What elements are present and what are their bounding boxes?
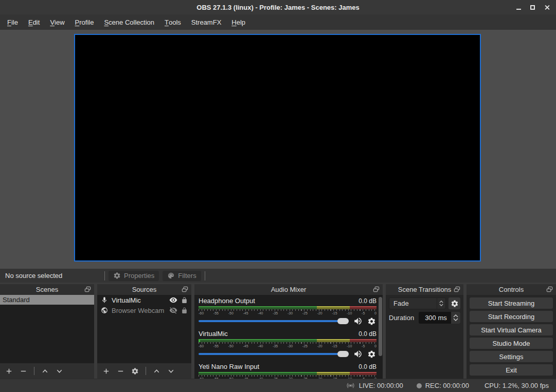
sources-list: VirtualMic Browser Webcam	[97, 295, 191, 363]
mixer-body: Headphone Output0.0 dB -60-55-50-45-40-3…	[194, 295, 383, 379]
plus-icon[interactable]	[5, 367, 13, 375]
select-spinner[interactable]	[437, 298, 445, 309]
close-icon[interactable]	[544, 5, 550, 10]
channel-name: VirtualMic	[199, 330, 228, 338]
controls-dock-header[interactable]: Controls	[467, 284, 556, 295]
gear-icon[interactable]	[367, 350, 376, 359]
filters-button[interactable]: Filters	[163, 271, 201, 281]
exit-button[interactable]: Exit	[470, 364, 553, 376]
slider-handle[interactable]	[337, 351, 349, 357]
popout-icon[interactable]	[546, 286, 553, 293]
transition-properties-button[interactable]	[449, 297, 460, 309]
source-item[interactable]: Browser Webcam	[97, 305, 191, 315]
lock-open-icon[interactable]	[181, 297, 188, 304]
popout-icon[interactable]	[372, 286, 380, 293]
chevron-up-icon[interactable]	[41, 367, 49, 375]
maximize-icon[interactable]	[530, 5, 535, 10]
mixer-channel-yeti: Yeti Nano Raw Input0.0 dB -60-55-50-45-4…	[199, 362, 376, 379]
chevron-down-icon	[439, 304, 443, 306]
start-virtual-camera-button[interactable]: Start Virtual Camera	[470, 324, 553, 335]
preview-area	[0, 30, 556, 269]
slider-handle[interactable]	[337, 318, 349, 324]
duration-spinbox[interactable]: 300 ms	[419, 312, 460, 324]
gear-icon[interactable]	[131, 367, 139, 375]
chevron-down-icon[interactable]	[56, 367, 63, 375]
scene-transitions-dock: Scene Transitions Fade	[386, 284, 463, 379]
scenes-dock-header[interactable]: Scenes	[0, 284, 94, 295]
channel-level: 0.0 dB	[358, 363, 376, 370]
sources-dock-header[interactable]: Sources	[97, 284, 191, 295]
duration-label: Duration	[389, 314, 414, 322]
minus-icon[interactable]	[117, 367, 124, 375]
scenes-list: Standard	[0, 295, 94, 363]
menu-item-scene-collection[interactable]: Scene Collection	[99, 14, 159, 30]
start-recording-button[interactable]: Start Recording	[470, 311, 553, 322]
globe-icon	[101, 307, 108, 314]
mixer-channel-virtualmic: VirtualMic0.0 dB -60-55-50-45-40-35-30-2…	[199, 329, 376, 359]
scrollbar[interactable]	[379, 297, 382, 356]
settings-button[interactable]: Settings	[470, 351, 553, 362]
preview-canvas[interactable]	[74, 34, 481, 262]
rec-time: REC: 00:00:00	[425, 382, 469, 389]
eye-slash-icon[interactable]	[169, 306, 177, 314]
meter-scale: -60-55-50-45-40-35-30-25-20-15-10-50	[199, 344, 376, 348]
scenes-toolbar	[0, 363, 94, 379]
speaker-icon[interactable]	[353, 316, 363, 326]
no-source-label: No source selected	[0, 272, 62, 279]
meter-scale: -60-55-50-45-40-35-30-25-20-15-10-50	[199, 377, 376, 379]
plus-icon[interactable]	[102, 367, 110, 375]
chevron-up-icon[interactable]	[153, 367, 160, 375]
minus-icon[interactable]	[20, 367, 27, 375]
sources-dock: Sources VirtualMic Browser Webcam	[97, 284, 191, 379]
window-title: OBS 27.1.3 (linux) - Profile: James - Sc…	[196, 4, 359, 11]
transitions-dock-header[interactable]: Scene Transitions	[386, 284, 463, 295]
channel-level: 0.0 dB	[358, 330, 376, 338]
mixer-dock-header[interactable]: Audio Mixer	[194, 284, 383, 295]
menu-item-help[interactable]: Help	[226, 14, 250, 30]
audio-mixer-dock: Audio Mixer Headphone Output0.0 dB -60-5…	[194, 284, 383, 379]
scene-item[interactable]: Standard	[0, 295, 94, 305]
channel-level: 0.0 dB	[358, 297, 376, 305]
start-streaming-button[interactable]: Start Streaming	[470, 297, 553, 309]
menu-bar: File Edit View Profile Scene Collection …	[0, 14, 556, 30]
studio-mode-button[interactable]: Studio Mode	[470, 338, 553, 349]
volume-meter	[199, 372, 376, 375]
eye-icon[interactable]	[169, 296, 177, 304]
menu-item-profile[interactable]: Profile	[70, 14, 99, 30]
gear-icon[interactable]	[367, 317, 376, 326]
broadcast-icon	[346, 381, 355, 390]
spinbox-arrows[interactable]	[451, 312, 460, 324]
gear-icon	[451, 300, 459, 308]
menu-item-edit[interactable]: Edit	[23, 14, 45, 30]
menu-item-streamfx[interactable]: StreamFX	[186, 14, 227, 30]
transition-select[interactable]: Fade	[389, 297, 446, 309]
separator	[104, 271, 105, 281]
gear-icon	[113, 272, 121, 279]
popout-icon[interactable]	[181, 286, 189, 293]
live-time: LIVE: 00:00:00	[359, 382, 403, 389]
mixer-channel-headphone: Headphone Output0.0 dB -60-55-50-45-40-3…	[199, 296, 376, 326]
menu-item-file[interactable]: File	[2, 14, 23, 30]
popout-icon[interactable]	[453, 286, 461, 293]
obs-window: OBS 27.1.3 (linux) - Profile: James - Sc…	[0, 0, 556, 392]
popout-icon[interactable]	[84, 286, 92, 293]
lock-open-icon[interactable]	[181, 307, 188, 314]
separator	[34, 367, 34, 375]
title-bar[interactable]: OBS 27.1.3 (linux) - Profile: James - Sc…	[0, 0, 556, 14]
volume-slider[interactable]	[199, 320, 349, 322]
source-item[interactable]: VirtualMic	[97, 295, 191, 305]
status-bar: LIVE: 00:00:00 REC: 00:00:00 CPU: 1.2%, …	[0, 379, 556, 392]
speaker-icon[interactable]	[353, 349, 363, 359]
channel-name: Headphone Output	[199, 297, 255, 305]
sources-toolbar	[97, 363, 191, 379]
minimize-icon[interactable]	[516, 9, 521, 10]
chevron-down-icon[interactable]	[167, 367, 175, 375]
separator	[205, 271, 205, 281]
properties-button[interactable]: Properties	[109, 271, 159, 281]
chevron-down-icon	[453, 318, 458, 321]
meter-scale: -60-55-50-45-40-35-30-25-20-15-10-50	[199, 311, 376, 315]
menu-item-view[interactable]: View	[45, 14, 69, 30]
volume-slider[interactable]	[199, 353, 349, 355]
menu-item-tools[interactable]: Tools	[159, 14, 186, 30]
record-dot-icon	[417, 383, 422, 388]
